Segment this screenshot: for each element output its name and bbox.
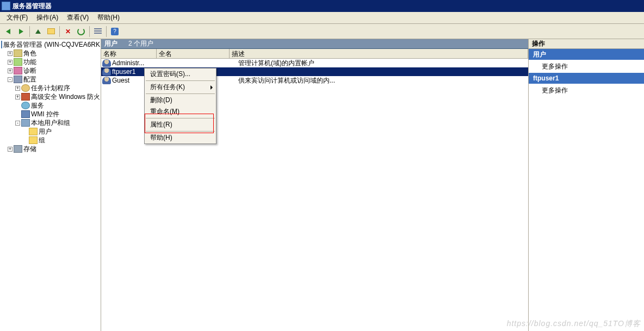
- nav-forward-button[interactable]: [15, 26, 27, 38]
- list-title: 用户: [104, 39, 117, 48]
- tree-root[interactable]: 服务器管理器 (WIN-CQJVEA6RKR: [0, 40, 101, 49]
- toolbar-separator: [106, 26, 107, 37]
- list-body[interactable]: Administr... 管理计算机(域)的内置帐户 ftpuser1 Gues…: [101, 59, 528, 331]
- title-bar: 服务器管理器: [0, 0, 644, 12]
- wmi-icon: [21, 110, 30, 118]
- cell-desc: 供来宾访问计算机或访问域的内...: [238, 76, 528, 85]
- tree-task[interactable]: +任务计划程序: [0, 84, 101, 92]
- expand-icon[interactable]: +: [8, 60, 13, 65]
- folder-icon: [47, 28, 55, 34]
- tree-roles[interactable]: +角色: [0, 49, 101, 58]
- refresh-icon: [77, 28, 85, 35]
- toolbar-separator: [89, 26, 90, 37]
- feature-icon: [14, 58, 22, 66]
- ctx-properties[interactable]: 属性(R): [145, 119, 216, 130]
- tree-label: 服务器管理器 (WIN-CQJVEA6RKR: [3, 40, 101, 49]
- tree-service[interactable]: 服务: [0, 101, 101, 110]
- diag-icon: [14, 67, 22, 74]
- menu-separator: [146, 93, 215, 94]
- tree-label: 功能: [23, 58, 36, 67]
- window-title: 服务器管理器: [13, 2, 52, 11]
- user-icon: [102, 68, 111, 76]
- tree-groups[interactable]: 组: [0, 136, 101, 145]
- storage-icon: [14, 145, 22, 153]
- actions-title: 操作: [529, 39, 644, 49]
- tree-label: 高级安全 Windows 防火: [31, 92, 100, 102]
- x-icon: ✕: [65, 28, 71, 35]
- actions-more-ftpuser[interactable]: 更多操作: [529, 84, 644, 97]
- menu-file[interactable]: 文件(F): [3, 12, 31, 23]
- nav-tree[interactable]: 服务器管理器 (WIN-CQJVEA6RKR +角色 +功能 +诊断 -配置 +…: [0, 39, 101, 331]
- actions-section-users: 用户: [529, 49, 644, 60]
- list-count: 2 个用户: [128, 39, 153, 48]
- firewall-icon: [21, 93, 30, 101]
- folder-icon: [29, 136, 38, 144]
- tree-features[interactable]: +功能: [0, 58, 101, 66]
- menu-action[interactable]: 操作(A): [33, 12, 61, 23]
- tree-label: 任务计划程序: [31, 84, 70, 93]
- tree-label: 角色: [23, 49, 36, 58]
- tree-label: 用户: [39, 127, 52, 136]
- ctx-rename[interactable]: 重命名(M): [145, 106, 216, 117]
- chevron-right-icon: [210, 85, 213, 90]
- toolbar: ✕ ?: [0, 24, 644, 39]
- ctx-set-password[interactable]: 设置密码(S)...: [145, 68, 216, 80]
- service-icon: [21, 102, 30, 109]
- tree-label: 诊断: [23, 66, 36, 76]
- localuser-icon: [21, 119, 30, 127]
- list-icon: [94, 28, 102, 35]
- expand-icon[interactable]: +: [8, 147, 13, 152]
- refresh-button[interactable]: [75, 26, 87, 38]
- toolbar-separator: [29, 26, 30, 37]
- tree-label: 配置: [23, 75, 36, 84]
- collapse-icon[interactable]: -: [8, 77, 13, 82]
- tree-diag[interactable]: +诊断: [0, 66, 101, 75]
- collapse-icon[interactable]: -: [15, 121, 20, 126]
- arrow-up-icon: [35, 29, 41, 34]
- menu-bar: 文件(F) 操作(A) 查看(V) 帮助(H): [0, 12, 644, 24]
- menu-help[interactable]: 帮助(H): [94, 12, 123, 23]
- arrow-right-icon: [19, 29, 23, 34]
- task-icon: [21, 84, 30, 92]
- help-button[interactable]: ?: [109, 26, 121, 38]
- tree-label: 服务: [31, 101, 44, 110]
- expand-icon[interactable]: +: [15, 95, 20, 99]
- arrow-left-icon: [6, 29, 10, 34]
- app-icon: [2, 2, 10, 10]
- expand-icon[interactable]: +: [8, 68, 13, 73]
- tree-firewall[interactable]: +高级安全 Windows 防火: [0, 92, 101, 101]
- col-name[interactable]: 名称: [101, 49, 157, 58]
- table-row[interactable]: Administr... 管理计算机(域)的内置帐户: [101, 59, 528, 67]
- delete-button[interactable]: ✕: [62, 26, 74, 38]
- nav-up-button[interactable]: [32, 26, 44, 38]
- role-icon: [14, 49, 22, 57]
- ctx-delete[interactable]: 删除(D): [145, 95, 216, 106]
- ctx-label: 所有任务(K): [150, 83, 185, 92]
- list-view-button[interactable]: [92, 26, 104, 38]
- tree-config[interactable]: -配置: [0, 75, 101, 84]
- col-desc[interactable]: 描述: [230, 49, 528, 58]
- list-columns: 名称 全名 描述: [101, 49, 528, 59]
- col-fullname[interactable]: 全名: [157, 49, 230, 58]
- actions-more-users[interactable]: 更多操作: [529, 60, 644, 73]
- user-icon: [102, 59, 111, 67]
- actions-panel: 操作 用户 更多操作 ftpuser1 更多操作: [529, 39, 644, 331]
- tree-storage[interactable]: +存储: [0, 145, 101, 153]
- cell-name: Administr...: [112, 59, 165, 67]
- folder-button[interactable]: [45, 26, 57, 38]
- main-area: 服务器管理器 (WIN-CQJVEA6RKR +角色 +功能 +诊断 -配置 +…: [0, 39, 644, 331]
- expand-icon[interactable]: +: [8, 51, 13, 56]
- tree-users[interactable]: 用户: [0, 127, 101, 136]
- tree-wmi[interactable]: WMI 控件: [0, 110, 101, 118]
- config-icon: [14, 76, 22, 83]
- tree-label: WMI 控件: [31, 110, 59, 119]
- watermark: https://blog.csdn.net/qq_51TO博客: [507, 319, 641, 329]
- user-icon: [102, 77, 111, 84]
- expand-icon[interactable]: +: [15, 86, 20, 91]
- tree-localuser[interactable]: -本地用户和组: [0, 118, 101, 127]
- ctx-help[interactable]: 帮助(H): [145, 132, 216, 143]
- menu-separator: [146, 118, 215, 118]
- menu-view[interactable]: 查看(V): [64, 12, 92, 23]
- ctx-all-tasks[interactable]: 所有任务(K): [145, 82, 216, 93]
- nav-back-button[interactable]: [2, 26, 14, 38]
